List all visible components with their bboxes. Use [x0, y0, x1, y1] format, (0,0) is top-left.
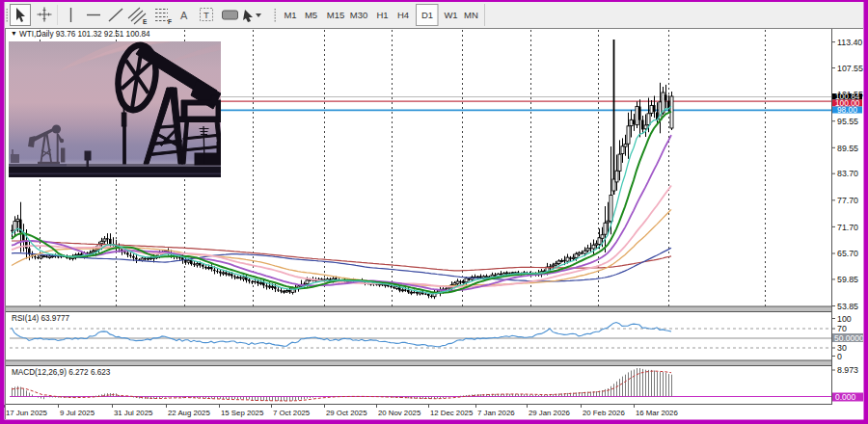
svg-text:MACD(12,26,9) 6.272 6.623: MACD(12,26,9) 6.272 6.623	[12, 368, 111, 377]
svg-text:107.55: 107.55	[837, 64, 863, 73]
svg-text:D1: D1	[421, 10, 433, 20]
svg-text:7 Oct 2025: 7 Oct 2025	[273, 409, 311, 417]
svg-text:59.85: 59.85	[837, 275, 858, 284]
svg-text:113.40: 113.40	[837, 38, 862, 47]
svg-text:M30: M30	[350, 10, 367, 20]
svg-text:77.70: 77.70	[837, 196, 858, 205]
svg-text:20 Nov 2025: 20 Nov 2025	[378, 409, 421, 417]
svg-text:RSI(14) 63.9777: RSI(14) 63.9777	[12, 314, 70, 323]
svg-text:E: E	[143, 18, 148, 25]
svg-text:8.973: 8.973	[837, 365, 858, 375]
svg-text:16 Mar 2026: 16 Mar 2026	[636, 409, 678, 417]
svg-text:F: F	[168, 18, 172, 25]
svg-text:T: T	[203, 10, 209, 20]
svg-text:53.85: 53.85	[837, 302, 858, 311]
svg-text:H4: H4	[397, 10, 409, 20]
svg-text:9 Jul 2025: 9 Jul 2025	[60, 409, 95, 417]
svg-text:M1: M1	[284, 10, 296, 20]
svg-text:W1: W1	[444, 10, 457, 20]
svg-text:20 Feb 2026: 20 Feb 2026	[583, 409, 625, 417]
svg-text:83.70: 83.70	[837, 169, 858, 178]
svg-text:M5: M5	[305, 10, 317, 20]
svg-text:100: 100	[837, 314, 852, 324]
svg-text:M15: M15	[327, 10, 344, 20]
svg-text:15 Sep 2025: 15 Sep 2025	[221, 409, 264, 417]
svg-text:A: A	[180, 10, 188, 21]
svg-text:0.000: 0.000	[835, 392, 856, 402]
svg-text:0: 0	[837, 352, 842, 361]
svg-text:MN: MN	[464, 10, 478, 20]
svg-text:71.70: 71.70	[837, 223, 858, 232]
svg-text:WTI,Daily 93.76 101.32 92.51: WTI,Daily 93.76 101.32 92.51 100.84	[19, 30, 150, 39]
svg-text:95.55: 95.55	[837, 117, 858, 126]
svg-text:7 Jan 2026: 7 Jan 2026	[477, 409, 515, 417]
svg-text:89.55: 89.55	[837, 144, 858, 153]
svg-text:22 Aug 2025: 22 Aug 2025	[168, 409, 210, 417]
svg-text:50.0000: 50.0000	[834, 333, 864, 343]
svg-text:12 Dec 2025: 12 Dec 2025	[430, 409, 474, 417]
svg-text:29 Jan 2026: 29 Jan 2026	[529, 409, 570, 417]
svg-text:H1: H1	[376, 10, 388, 20]
svg-text:▼: ▼	[11, 30, 17, 37]
svg-text:98.00: 98.00	[837, 105, 857, 115]
svg-text:29 Oct 2025: 29 Oct 2025	[326, 409, 367, 417]
svg-text:65.70: 65.70	[837, 249, 858, 258]
svg-text:17 Jun 2025: 17 Jun 2025	[6, 409, 48, 417]
svg-text:31 Jul 2025: 31 Jul 2025	[114, 409, 153, 417]
